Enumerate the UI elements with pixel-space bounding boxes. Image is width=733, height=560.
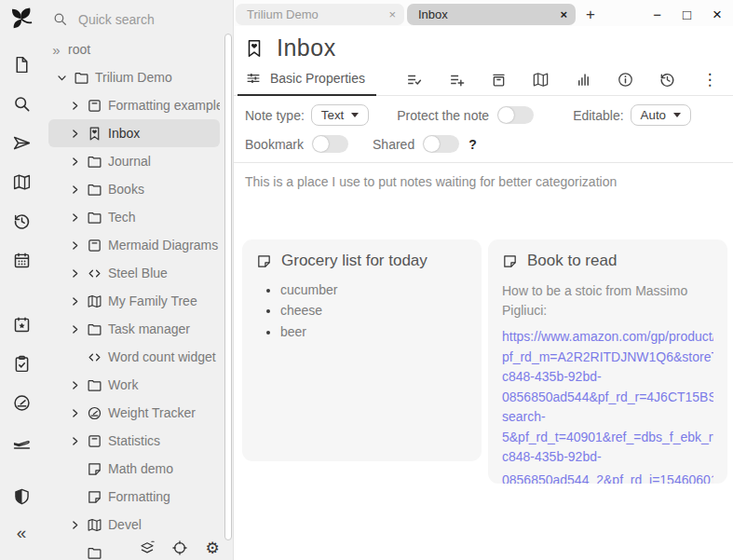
launcher-bar: « bbox=[0, 0, 43, 560]
link-line[interactable]: c848-435b-92bd- bbox=[502, 447, 713, 468]
root-expander-icon[interactable]: » bbox=[50, 42, 62, 58]
chevron-right-icon[interactable] bbox=[69, 435, 81, 447]
tree-scrollbar[interactable] bbox=[224, 34, 232, 540]
toggle-knob bbox=[424, 136, 440, 152]
link-line[interactable]: 0856850ad544&pf_rd_r=4J6CT15BS4X8 bbox=[502, 388, 713, 408]
chevron-right-icon[interactable] bbox=[69, 156, 81, 168]
quick-search-placeholder: Quick search bbox=[78, 12, 155, 27]
tree-item-devel[interactable]: Devel bbox=[48, 511, 151, 539]
close-window-button[interactable]: × bbox=[713, 6, 722, 24]
owned-attributes-button[interactable] bbox=[402, 67, 427, 91]
protected-session-button[interactable] bbox=[6, 481, 37, 512]
travel-tracker-button[interactable] bbox=[6, 426, 37, 458]
tree-item-inbox[interactable]: Inbox bbox=[48, 119, 220, 147]
note-map-button[interactable] bbox=[529, 67, 553, 91]
shared-toggle[interactable] bbox=[423, 135, 459, 153]
chevron-right-icon[interactable] bbox=[69, 323, 81, 335]
note-revisions-button[interactable] bbox=[656, 67, 680, 91]
amazon-link[interactable]: https://www.amazon.com/gp/product/B pf_r… bbox=[502, 327, 713, 484]
link-line[interactable]: c848-435b-92bd- bbox=[502, 367, 713, 388]
bookmark-heart-icon bbox=[87, 126, 102, 142]
note-type-select[interactable]: Text bbox=[311, 104, 369, 126]
caret-down-icon bbox=[673, 113, 681, 117]
tree-item-weight-tracker[interactable]: Weight Tracker bbox=[48, 399, 220, 427]
scroll-to-active-note-button[interactable] bbox=[170, 539, 189, 557]
tree-item-journal[interactable]: Journal bbox=[48, 147, 220, 175]
tree-item-formatting-example[interactable]: Formatting example bbox=[48, 91, 220, 119]
tree-item-my-family-tree[interactable]: My Family Tree bbox=[48, 287, 220, 315]
tree-item-mermaid-diagrams[interactable]: Mermaid Diagrams bbox=[48, 231, 220, 259]
bookmarks-calendar-button[interactable] bbox=[6, 308, 37, 340]
dashboard-button[interactable] bbox=[6, 387, 37, 418]
collapse-tree-button[interactable] bbox=[138, 539, 156, 557]
maximize-button[interactable]: □ bbox=[683, 7, 691, 22]
recent-changes-button[interactable] bbox=[6, 205, 37, 237]
chevron-down-icon[interactable] bbox=[56, 72, 68, 84]
note-paths-button[interactable] bbox=[487, 67, 511, 91]
tree-item-label: Formatting example bbox=[108, 98, 220, 113]
chevron-right-icon[interactable] bbox=[69, 100, 81, 112]
tab-trilium-demo[interactable]: Trilium Demo × bbox=[236, 4, 404, 25]
tab-bar: Trilium Demo × Inbox × + − □ × bbox=[234, 0, 733, 26]
tree-item-statistics[interactable]: Statistics bbox=[48, 427, 220, 455]
search-button[interactable] bbox=[6, 88, 37, 119]
protect-note-toggle[interactable] bbox=[497, 106, 534, 124]
editable-select[interactable]: Auto bbox=[631, 104, 691, 126]
included-note-title-grocery[interactable]: Grocery list for today bbox=[256, 252, 468, 270]
chevron-right-icon[interactable] bbox=[69, 239, 81, 252]
chevron-right-icon[interactable] bbox=[69, 267, 81, 280]
inherited-attributes-button[interactable] bbox=[444, 67, 468, 91]
note-info-button[interactable] bbox=[613, 67, 637, 91]
note-content[interactable]: This is a place I use to put notes waiti… bbox=[234, 163, 733, 560]
chevron-right-icon[interactable] bbox=[69, 128, 81, 140]
task-manager-button[interactable] bbox=[6, 348, 37, 379]
settings-button[interactable]: ⚙ bbox=[203, 539, 222, 557]
quick-search-input[interactable]: Quick search bbox=[43, 0, 233, 35]
bookmark-label: Bookmark bbox=[245, 137, 304, 152]
note-title[interactable]: Inbox bbox=[277, 34, 336, 61]
new-note-button[interactable] bbox=[6, 48, 37, 80]
sliders-icon bbox=[245, 70, 262, 87]
close-tab-icon[interactable]: × bbox=[560, 7, 567, 21]
link-line[interactable]: search- bbox=[502, 407, 713, 428]
calendar-button[interactable] bbox=[6, 244, 37, 276]
link-line-last[interactable]: 0856850ad544_2&pf_rd_i=154606011↗ bbox=[502, 468, 713, 485]
history-clock-icon bbox=[658, 71, 676, 89]
tree-item-steel-blue[interactable]: Steel Blue bbox=[48, 259, 220, 287]
tree-item-math-demo[interactable]: Math demo bbox=[48, 455, 220, 483]
note-map-button[interactable] bbox=[6, 166, 37, 198]
note-statistics-button[interactable] bbox=[571, 67, 595, 91]
tree-item-label: root bbox=[68, 42, 90, 57]
tree-item-trilium-demo[interactable]: Trilium Demo bbox=[48, 63, 220, 91]
code-icon bbox=[87, 349, 102, 365]
jump-to-note-button[interactable] bbox=[6, 127, 37, 158]
included-note-title-book[interactable]: Book to read bbox=[502, 252, 713, 270]
bookmark-toggle[interactable] bbox=[312, 135, 348, 153]
chevron-right-icon[interactable] bbox=[69, 379, 81, 391]
toggle-right-pane-button[interactable] bbox=[701, 39, 720, 58]
close-tab-icon[interactable]: × bbox=[388, 7, 396, 21]
link-line[interactable]: pf_rd_m=A2R2RITDJNW1Q6&storeType= bbox=[502, 348, 713, 368]
chevron-right-icon[interactable] bbox=[69, 212, 81, 224]
more-options-button[interactable]: ⋮ bbox=[698, 67, 722, 91]
tab-basic-properties[interactable]: Basic Properties bbox=[238, 63, 376, 96]
tree-item-books[interactable]: Books bbox=[48, 175, 220, 203]
tab-inbox[interactable]: Inbox × bbox=[407, 4, 576, 25]
tree-item-root[interactable]: » root bbox=[48, 35, 220, 63]
tree-item-task-manager[interactable]: Task manager bbox=[48, 315, 220, 343]
tree-item-formatting[interactable]: Formatting bbox=[48, 483, 220, 511]
link-line[interactable]: 5&pf_rd_t=40901&ref_=dbs_f_ebk_rwt_s bbox=[502, 428, 713, 448]
minimize-button[interactable]: − bbox=[653, 7, 661, 22]
link-line[interactable]: https://www.amazon.com/gp/product/B bbox=[502, 327, 713, 348]
collapse-sidebar-button[interactable]: « bbox=[6, 517, 37, 549]
shared-help-icon[interactable]: ? bbox=[468, 137, 477, 152]
new-tab-button[interactable]: + bbox=[586, 6, 595, 24]
chevron-right-icon[interactable] bbox=[69, 407, 81, 419]
tree-item-word-count-widget[interactable]: Word count widget bbox=[48, 343, 220, 371]
tree-item-work[interactable]: Work bbox=[48, 371, 220, 399]
chevron-right-icon[interactable] bbox=[69, 295, 81, 307]
shared-label: Shared bbox=[373, 137, 414, 152]
chevron-right-icon[interactable] bbox=[69, 184, 81, 196]
tree-item-tech[interactable]: Tech bbox=[48, 203, 220, 231]
chevron-right-icon[interactable] bbox=[69, 519, 81, 531]
